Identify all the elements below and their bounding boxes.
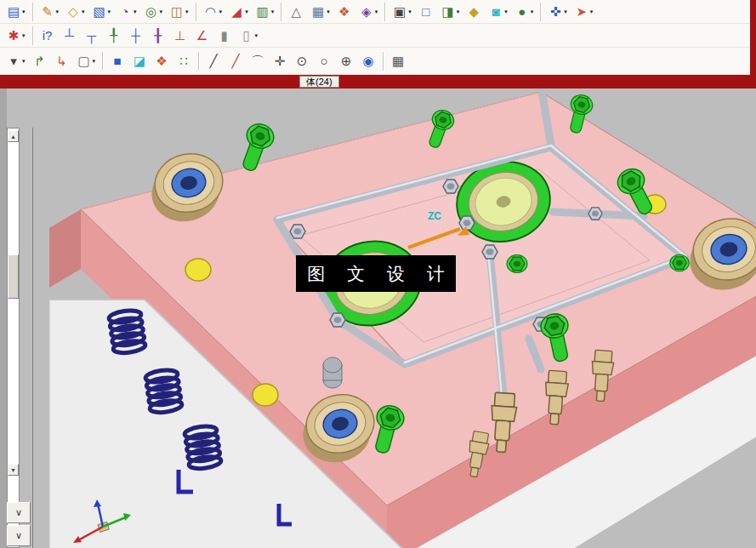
dropdown-arrow-icon[interactable]: ▾ [375, 9, 378, 15]
revolve-icon[interactable]: ◔▾ [114, 2, 140, 22]
ruler-bar-icon[interactable]: ▮ [213, 26, 236, 46]
dropdown-arrow-icon[interactable]: ▾ [590, 9, 594, 15]
render-style-icon[interactable]: ●▾ [511, 2, 537, 22]
extrude-icon[interactable]: ▧▾ [88, 2, 115, 22]
dropdown-arrow-icon[interactable]: ▾ [457, 9, 460, 15]
reorder-down-icon[interactable]: ↳ [51, 51, 73, 71]
dropdown-arrow-icon[interactable]: ▾ [327, 9, 330, 15]
scroll-up-button[interactable]: ▲ [8, 130, 19, 142]
edge-blend-icon[interactable]: ◠▾ [200, 2, 226, 22]
scale-bar-icon[interactable]: ▯▾ [236, 26, 262, 46]
transform-icon[interactable]: ➤▾ [571, 2, 597, 22]
dropdown-arrow-icon[interactable]: ▾ [219, 9, 223, 15]
mold-3d-model[interactable] [0, 88, 756, 548]
snap-arc-icon[interactable]: ⌒ [247, 51, 269, 71]
move-object-icon[interactable]: ✜▾ [544, 2, 571, 22]
pipe-nut[interactable] [482, 245, 497, 259]
dropdown-arrow-icon[interactable]: ▾ [22, 58, 26, 65]
dropdown-arrow-icon[interactable]: ▾ [504, 9, 508, 15]
snap-existing-point-icon[interactable]: ◉ [357, 51, 379, 71]
dim-vertical-icon[interactable]: ┴ [59, 26, 81, 46]
dropdown-arrow-icon[interactable]: ▾ [245, 9, 248, 15]
scroll-down-button[interactable]: ▼ [8, 464, 19, 476]
dim-offset-icon[interactable]: ┼ [125, 26, 147, 46]
scroll-thumb[interactable] [8, 254, 19, 299]
dropdown-arrow-icon[interactable]: ▾ [255, 32, 259, 39]
triangle-mesh-icon-glyph: △ [288, 4, 304, 20]
dropdown-arrow-icon[interactable]: ▾ [185, 9, 189, 15]
snap-mid-point-icon[interactable]: ╱ [225, 51, 247, 71]
open-part-icon[interactable]: ▤▾ [3, 2, 29, 22]
dropdown-arrow-icon[interactable]: ▾ [134, 9, 137, 15]
sketch-icon[interactable]: ✎▾ [37, 2, 63, 22]
pipe-nut[interactable] [330, 313, 345, 327]
hole-icon[interactable]: ◎▾ [140, 2, 167, 22]
graphics-viewport[interactable]: 图 文 设 计 ZC ▲ ▼ ∨ ∨ [0, 88, 756, 548]
dropdown-arrow-icon[interactable]: ▾ [160, 9, 163, 15]
snap-center-icon[interactable]: ⊙ [291, 51, 313, 71]
grid-table-icon[interactable]: ▦▾ [307, 2, 333, 22]
dropdown-arrow-icon[interactable]: ▾ [22, 32, 26, 39]
dim-align-icon[interactable]: ╀ [103, 26, 125, 46]
triangle-mesh-icon[interactable]: △ [285, 2, 307, 22]
shell-icon[interactable]: ▥▾ [252, 2, 278, 22]
dim-angle-icon[interactable]: ∠ [191, 26, 213, 46]
green-bolt-head[interactable] [670, 254, 689, 271]
dropdown-arrow-icon[interactable]: ▾ [564, 9, 567, 15]
pipe-nut[interactable] [588, 208, 602, 220]
yellow-plug[interactable] [185, 259, 211, 281]
dropdown-arrow-icon[interactable]: ▾ [108, 9, 111, 15]
pipe-nut[interactable] [290, 225, 305, 238]
snap-intersection-icon[interactable]: ✛ [269, 51, 291, 71]
dim-stack-icon[interactable]: ╂ [147, 26, 169, 46]
calculator-icon[interactable]: ▦ [387, 51, 409, 71]
cube-shaded-icon[interactable]: ◙▾ [485, 2, 511, 22]
dropdown-arrow-icon[interactable]: ▾ [93, 58, 96, 65]
selection-filter-icon-glyph: ▾ [6, 54, 21, 69]
snap-existing-point-icon-glyph: ◉ [361, 54, 376, 69]
point-set-icon[interactable]: ∷ [173, 51, 195, 71]
dropdown-arrow-icon[interactable]: ▾ [56, 9, 60, 15]
facet-body-icon[interactable]: ❖ [151, 51, 173, 71]
reorder-up-icon[interactable]: ↱ [29, 51, 51, 71]
sheet-body-icon[interactable]: ◪ [128, 51, 151, 71]
pipe-nut[interactable] [443, 180, 458, 193]
snap-circle-icon[interactable]: ○ [313, 51, 335, 71]
window-cascade-icon[interactable]: ▣▾ [389, 2, 415, 22]
down-arrow-icon: ▼ [10, 467, 16, 473]
green-bolt-head[interactable] [507, 255, 527, 273]
dropdown-arrow-icon[interactable]: ▾ [82, 9, 85, 15]
resource-panel-scrollbar[interactable]: ▲ ▼ [7, 128, 20, 548]
boolean-unite-icon[interactable]: ◫▾ [166, 2, 192, 22]
selection-filter-icon[interactable]: ▾▾ [3, 51, 29, 71]
panel-scroll-down-button-1[interactable]: ∨ [7, 502, 31, 523]
window-new-icon[interactable]: □ [415, 2, 437, 22]
datum-plane-icon[interactable]: ◇▾ [62, 2, 88, 22]
solid-body-icon[interactable]: ■ [106, 51, 128, 71]
view-section-icon[interactable]: ◨▾ [437, 2, 463, 22]
render-style-icon-glyph: ● [514, 4, 530, 20]
chamfer-icon[interactable]: ◢▾ [225, 2, 252, 22]
pattern-feature-icon[interactable]: ❖ [333, 2, 355, 22]
dim-perpendicular-icon[interactable]: ⊥ [169, 26, 191, 46]
offset-surface-icon[interactable]: ◈▾ [355, 2, 382, 22]
dim-baseline-icon[interactable]: ┬ [81, 26, 103, 46]
mold-left-end-face[interactable] [49, 209, 81, 288]
snap-quadrant-icon[interactable]: ⊕ [335, 51, 357, 71]
dropdown-arrow-icon[interactable]: ▾ [271, 9, 275, 15]
snap-end-point-icon[interactable]: ╱ [202, 51, 225, 71]
pipe-nut[interactable] [459, 216, 475, 230]
toolbar-row-features: ▤▾✎▾◇▾▧▾◔▾◎▾◫▾◠▾◢▾▥▾△▦▾❖◈▾▣▾□◨▾◆◙▾●▾✜▾➤▾ [0, 0, 756, 24]
toolbar-separator [196, 3, 196, 21]
dropdown-arrow-icon[interactable]: ▾ [408, 9, 412, 15]
panel-scroll-down-button-2[interactable]: ∨ [7, 525, 31, 546]
marquee-select-icon[interactable]: ▢▾ [73, 51, 99, 71]
snap-settings-icon[interactable]: ✱▾ [3, 26, 29, 46]
constraint-info-icon[interactable]: i? [37, 26, 59, 46]
dropdown-arrow-icon[interactable]: ▾ [22, 9, 26, 15]
yellow-plug[interactable] [253, 384, 278, 406]
cube-iso-icon[interactable]: ◆ [463, 2, 485, 22]
dropdown-arrow-icon[interactable]: ▾ [531, 9, 534, 15]
toolbar-row-snap: ▾▾↱↳▢▾■◪❖∷╱╱⌒✛⊙○⊕◉▦ [0, 48, 756, 75]
support-pin[interactable] [323, 357, 342, 388]
